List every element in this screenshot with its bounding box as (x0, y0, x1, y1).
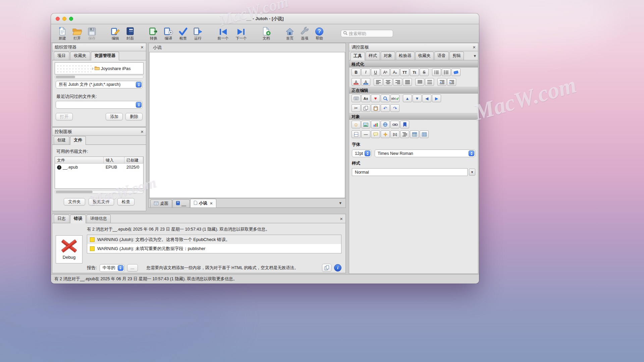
tab-speech[interactable]: 语音 (434, 52, 449, 60)
toolbar-home-button[interactable]: 首页 (282, 26, 297, 41)
numbered-list-button[interactable] (442, 68, 451, 76)
justify-button[interactable] (403, 78, 412, 86)
line-spacing-single-button[interactable] (415, 78, 424, 86)
palette-close-icon[interactable]: × (473, 45, 476, 50)
toolbar-open-button[interactable]: 打开 (70, 26, 85, 41)
tab-objects[interactable]: 对象 (381, 52, 395, 60)
tab-styles[interactable]: 样式 (366, 52, 380, 60)
toolbar-options-button[interactable]: 选项 (297, 26, 312, 41)
toolbar-documents-button[interactable]: 文档 (259, 26, 274, 41)
titlecase-button[interactable]: Tt (410, 68, 419, 76)
column-created[interactable]: 已创建 (124, 157, 143, 163)
bullet-list-button[interactable] (432, 68, 441, 76)
close-tab-icon[interactable]: × (210, 201, 213, 206)
tab-project[interactable]: __ (172, 199, 190, 207)
copy-button[interactable] (322, 264, 331, 272)
tab-files[interactable]: 文件 (70, 136, 86, 145)
toolbar-new-button[interactable]: 新建 (55, 26, 70, 41)
folder-tree[interactable]: › Joyoshare iPas (55, 62, 144, 74)
warning-row[interactable]: WARNING (Jutoh): 文档小说为空。这将导致一个 EpubCheck… (87, 235, 341, 244)
debug-button[interactable]: Debug (56, 235, 83, 263)
table-row[interactable]: i __.epub EPUB 2025/0 (55, 164, 143, 171)
remove-button[interactable]: 删除 (125, 113, 143, 120)
insert-image-button[interactable] (361, 121, 370, 128)
tab-list-dropdown-icon[interactable]: ▾ (336, 200, 344, 205)
copy-button2[interactable] (361, 104, 370, 112)
underline-color-button[interactable]: A (361, 78, 370, 86)
align-left-button[interactable] (374, 78, 383, 86)
scrollbar-thumb[interactable] (56, 76, 75, 78)
tab-overflow-icon[interactable]: ▾ (472, 53, 478, 58)
toolbar-cover-button[interactable]: 封面 (123, 26, 138, 41)
insert-bookmark-button[interactable] (400, 121, 409, 128)
paste-button[interactable] (371, 104, 380, 112)
book-files-table[interactable]: 文件 键入 已创建 i __.epub EPUB 2025/0 (55, 157, 144, 189)
font-family-dropdown[interactable]: Times New Roman (375, 149, 475, 157)
tab-create[interactable]: 创建 (54, 136, 69, 144)
cut-button[interactable]: ✂ (352, 104, 361, 112)
insert-footnote-button[interactable]: [1] (390, 130, 399, 138)
align-right-button[interactable] (393, 78, 402, 86)
tab-log[interactable]: 日志 (54, 215, 69, 223)
minimize-window-button[interactable] (62, 17, 66, 21)
uppercase-button[interactable]: TT (400, 68, 409, 76)
report-level-dropdown[interactable]: 中等的 (100, 264, 124, 272)
italic-button[interactable]: I (361, 68, 370, 76)
add-button[interactable]: 添加 (106, 113, 123, 120)
tab-tools[interactable]: 工具 (351, 52, 365, 60)
table-grid-button[interactable] (420, 130, 429, 138)
tab-novel[interactable]: 小说 × (190, 199, 216, 207)
favorite-button[interactable]: ♥ (371, 95, 380, 102)
recent-folders-dropdown[interactable] (56, 101, 143, 109)
align-center-button[interactable] (383, 78, 392, 86)
info-button[interactable]: i (334, 264, 341, 272)
help-search-input[interactable] (349, 31, 388, 36)
insert-symbol-button[interactable] (381, 130, 390, 138)
column-file[interactable]: 文件 (55, 157, 104, 163)
insert-link-button[interactable] (390, 121, 399, 128)
scrollbar-thumb[interactable] (56, 191, 93, 193)
titlebar[interactable]: __ - Jutoh - [小说] (51, 13, 479, 24)
keyboard-shortcuts-button[interactable] (352, 95, 361, 102)
superscript-button[interactable]: Aˢ (381, 68, 390, 76)
indent-decrease-button[interactable] (437, 78, 446, 86)
font-size-dropdown[interactable]: 12pt (352, 149, 371, 157)
editor-page[interactable] (149, 52, 345, 198)
insert-media-button[interactable] (381, 121, 390, 128)
tree-expand-icon[interactable]: › (92, 66, 94, 71)
close-window-button[interactable] (56, 17, 60, 21)
style-combobox[interactable]: Normal (352, 168, 468, 176)
insert-toc-button[interactable] (400, 130, 409, 138)
tab-clips[interactable]: 剪辑 (449, 52, 464, 60)
organizer-close-icon[interactable]: × (141, 45, 144, 50)
preview-file-button[interactable]: 预览文件 (89, 198, 114, 205)
open-button[interactable]: 打开 (56, 113, 73, 120)
toolbar-help-button[interactable]: ? 帮助 (312, 26, 327, 41)
redo-button[interactable]: ↷ (390, 104, 399, 112)
folder-button[interactable]: 文件夹 (64, 198, 85, 205)
underline-button[interactable]: U (371, 68, 380, 76)
control-panel-close-icon[interactable]: × (141, 129, 144, 134)
toolbar-previous-button[interactable]: 前一个 (214, 26, 232, 41)
toolbar-edit-button[interactable]: 编辑 (108, 26, 123, 41)
tab-favorites[interactable]: 收藏夹 (70, 52, 90, 60)
horizontal-rule-button[interactable]: — (361, 130, 370, 138)
font-color-button[interactable]: A (352, 78, 361, 86)
tab-projects[interactable]: 项目 (54, 52, 69, 60)
forward-button[interactable]: ▶ (432, 95, 441, 102)
move-down-button[interactable]: ▼ (413, 95, 422, 102)
tree-horizontal-scrollbar[interactable] (55, 75, 144, 79)
page-break-button[interactable] (352, 130, 361, 138)
tab-errors[interactable]: 错误 (70, 215, 86, 223)
font-size-button[interactable]: A± (361, 95, 370, 102)
table-horizontal-scrollbar[interactable] (55, 190, 144, 194)
spellcheck-button[interactable]: abc (390, 95, 399, 102)
file-filter-dropdown[interactable]: 所有 Jutoh 文件 (*.jutoh;*.sparch) (56, 81, 143, 88)
tab-explorer[interactable]: 资源管理器 (91, 52, 119, 60)
zoom-window-button[interactable] (69, 17, 73, 21)
insert-comment-button[interactable] (371, 130, 380, 138)
messages-close-icon[interactable]: × (340, 216, 343, 222)
insert-table-button[interactable] (410, 130, 419, 138)
tab-details[interactable]: 详细信息 (87, 215, 111, 223)
toolbar-check-button[interactable]: 检查 (176, 26, 191, 41)
